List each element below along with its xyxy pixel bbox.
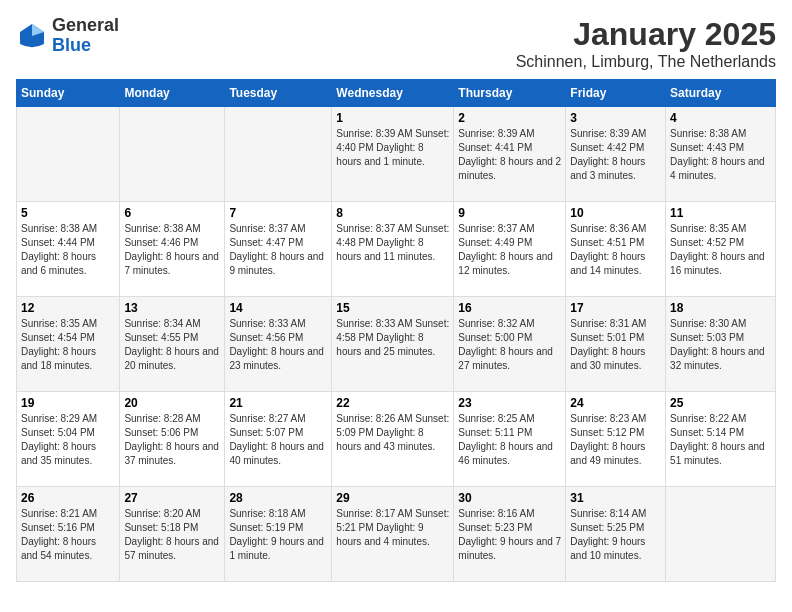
day-content: Sunrise: 8:35 AM Sunset: 4:54 PM Dayligh… xyxy=(21,317,115,373)
header-wednesday: Wednesday xyxy=(332,80,454,107)
day-number: 1 xyxy=(336,111,449,125)
day-content: Sunrise: 8:37 AM Sunset: 4:48 PM Dayligh… xyxy=(336,222,449,264)
day-number: 11 xyxy=(670,206,771,220)
day-content: Sunrise: 8:29 AM Sunset: 5:04 PM Dayligh… xyxy=(21,412,115,468)
day-content: Sunrise: 8:21 AM Sunset: 5:16 PM Dayligh… xyxy=(21,507,115,563)
calendar-cell: 3Sunrise: 8:39 AM Sunset: 4:42 PM Daylig… xyxy=(566,107,666,202)
day-content: Sunrise: 8:17 AM Sunset: 5:21 PM Dayligh… xyxy=(336,507,449,549)
day-number: 29 xyxy=(336,491,449,505)
calendar-cell: 8Sunrise: 8:37 AM Sunset: 4:48 PM Daylig… xyxy=(332,202,454,297)
calendar-cell: 22Sunrise: 8:26 AM Sunset: 5:09 PM Dayli… xyxy=(332,392,454,487)
day-number: 10 xyxy=(570,206,661,220)
calendar-cell: 20Sunrise: 8:28 AM Sunset: 5:06 PM Dayli… xyxy=(120,392,225,487)
calendar-cell: 25Sunrise: 8:22 AM Sunset: 5:14 PM Dayli… xyxy=(666,392,776,487)
logo-blue-text: Blue xyxy=(52,36,119,56)
calendar-cell: 5Sunrise: 8:38 AM Sunset: 4:44 PM Daylig… xyxy=(17,202,120,297)
day-content: Sunrise: 8:14 AM Sunset: 5:25 PM Dayligh… xyxy=(570,507,661,563)
logo: General Blue xyxy=(16,16,119,56)
day-number: 12 xyxy=(21,301,115,315)
day-content: Sunrise: 8:39 AM Sunset: 4:42 PM Dayligh… xyxy=(570,127,661,183)
day-number: 26 xyxy=(21,491,115,505)
day-number: 14 xyxy=(229,301,327,315)
calendar-cell xyxy=(120,107,225,202)
day-content: Sunrise: 8:28 AM Sunset: 5:06 PM Dayligh… xyxy=(124,412,220,468)
calendar-cell: 21Sunrise: 8:27 AM Sunset: 5:07 PM Dayli… xyxy=(225,392,332,487)
calendar-cell: 29Sunrise: 8:17 AM Sunset: 5:21 PM Dayli… xyxy=(332,487,454,582)
day-content: Sunrise: 8:39 AM Sunset: 4:40 PM Dayligh… xyxy=(336,127,449,169)
day-number: 5 xyxy=(21,206,115,220)
subtitle: Schinnen, Limburg, The Netherlands xyxy=(516,53,776,71)
day-content: Sunrise: 8:25 AM Sunset: 5:11 PM Dayligh… xyxy=(458,412,561,468)
day-number: 6 xyxy=(124,206,220,220)
day-number: 23 xyxy=(458,396,561,410)
day-content: Sunrise: 8:26 AM Sunset: 5:09 PM Dayligh… xyxy=(336,412,449,454)
day-number: 3 xyxy=(570,111,661,125)
week-row-5: 26Sunrise: 8:21 AM Sunset: 5:16 PM Dayli… xyxy=(17,487,776,582)
day-number: 7 xyxy=(229,206,327,220)
calendar-cell: 17Sunrise: 8:31 AM Sunset: 5:01 PM Dayli… xyxy=(566,297,666,392)
day-number: 18 xyxy=(670,301,771,315)
day-content: Sunrise: 8:32 AM Sunset: 5:00 PM Dayligh… xyxy=(458,317,561,373)
week-row-2: 5Sunrise: 8:38 AM Sunset: 4:44 PM Daylig… xyxy=(17,202,776,297)
calendar-cell: 24Sunrise: 8:23 AM Sunset: 5:12 PM Dayli… xyxy=(566,392,666,487)
header-monday: Monday xyxy=(120,80,225,107)
calendar-cell: 2Sunrise: 8:39 AM Sunset: 4:41 PM Daylig… xyxy=(454,107,566,202)
page-header: General Blue January 2025 Schinnen, Limb… xyxy=(16,16,776,71)
title-section: January 2025 Schinnen, Limburg, The Neth… xyxy=(516,16,776,71)
day-content: Sunrise: 8:37 AM Sunset: 4:49 PM Dayligh… xyxy=(458,222,561,278)
week-row-1: 1Sunrise: 8:39 AM Sunset: 4:40 PM Daylig… xyxy=(17,107,776,202)
day-content: Sunrise: 8:20 AM Sunset: 5:18 PM Dayligh… xyxy=(124,507,220,563)
day-number: 9 xyxy=(458,206,561,220)
day-content: Sunrise: 8:35 AM Sunset: 4:52 PM Dayligh… xyxy=(670,222,771,278)
day-number: 21 xyxy=(229,396,327,410)
day-number: 24 xyxy=(570,396,661,410)
calendar-cell: 14Sunrise: 8:33 AM Sunset: 4:56 PM Dayli… xyxy=(225,297,332,392)
header-saturday: Saturday xyxy=(666,80,776,107)
calendar-header-row: SundayMondayTuesdayWednesdayThursdayFrid… xyxy=(17,80,776,107)
logo-text: General Blue xyxy=(52,16,119,56)
day-content: Sunrise: 8:30 AM Sunset: 5:03 PM Dayligh… xyxy=(670,317,771,373)
calendar-cell: 30Sunrise: 8:16 AM Sunset: 5:23 PM Dayli… xyxy=(454,487,566,582)
day-number: 16 xyxy=(458,301,561,315)
main-title: January 2025 xyxy=(516,16,776,53)
calendar-cell: 23Sunrise: 8:25 AM Sunset: 5:11 PM Dayli… xyxy=(454,392,566,487)
day-number: 4 xyxy=(670,111,771,125)
day-number: 2 xyxy=(458,111,561,125)
calendar-cell: 7Sunrise: 8:37 AM Sunset: 4:47 PM Daylig… xyxy=(225,202,332,297)
day-number: 13 xyxy=(124,301,220,315)
day-content: Sunrise: 8:38 AM Sunset: 4:46 PM Dayligh… xyxy=(124,222,220,278)
logo-general-text: General xyxy=(52,16,119,36)
day-content: Sunrise: 8:33 AM Sunset: 4:56 PM Dayligh… xyxy=(229,317,327,373)
calendar-cell: 19Sunrise: 8:29 AM Sunset: 5:04 PM Dayli… xyxy=(17,392,120,487)
day-number: 20 xyxy=(124,396,220,410)
calendar-cell: 13Sunrise: 8:34 AM Sunset: 4:55 PM Dayli… xyxy=(120,297,225,392)
day-content: Sunrise: 8:23 AM Sunset: 5:12 PM Dayligh… xyxy=(570,412,661,468)
calendar-cell: 12Sunrise: 8:35 AM Sunset: 4:54 PM Dayli… xyxy=(17,297,120,392)
calendar-cell: 10Sunrise: 8:36 AM Sunset: 4:51 PM Dayli… xyxy=(566,202,666,297)
day-content: Sunrise: 8:38 AM Sunset: 4:44 PM Dayligh… xyxy=(21,222,115,278)
day-number: 17 xyxy=(570,301,661,315)
calendar-cell: 4Sunrise: 8:38 AM Sunset: 4:43 PM Daylig… xyxy=(666,107,776,202)
calendar-cell: 1Sunrise: 8:39 AM Sunset: 4:40 PM Daylig… xyxy=(332,107,454,202)
calendar-cell: 28Sunrise: 8:18 AM Sunset: 5:19 PM Dayli… xyxy=(225,487,332,582)
header-thursday: Thursday xyxy=(454,80,566,107)
day-content: Sunrise: 8:16 AM Sunset: 5:23 PM Dayligh… xyxy=(458,507,561,563)
day-number: 28 xyxy=(229,491,327,505)
day-number: 19 xyxy=(21,396,115,410)
calendar-cell: 11Sunrise: 8:35 AM Sunset: 4:52 PM Dayli… xyxy=(666,202,776,297)
day-content: Sunrise: 8:33 AM Sunset: 4:58 PM Dayligh… xyxy=(336,317,449,359)
calendar-cell: 27Sunrise: 8:20 AM Sunset: 5:18 PM Dayli… xyxy=(120,487,225,582)
calendar-cell: 31Sunrise: 8:14 AM Sunset: 5:25 PM Dayli… xyxy=(566,487,666,582)
day-content: Sunrise: 8:38 AM Sunset: 4:43 PM Dayligh… xyxy=(670,127,771,183)
day-number: 15 xyxy=(336,301,449,315)
calendar-cell: 18Sunrise: 8:30 AM Sunset: 5:03 PM Dayli… xyxy=(666,297,776,392)
header-friday: Friday xyxy=(566,80,666,107)
calendar-table: SundayMondayTuesdayWednesdayThursdayFrid… xyxy=(16,79,776,582)
day-number: 27 xyxy=(124,491,220,505)
day-number: 25 xyxy=(670,396,771,410)
header-tuesday: Tuesday xyxy=(225,80,332,107)
calendar-cell xyxy=(666,487,776,582)
day-content: Sunrise: 8:34 AM Sunset: 4:55 PM Dayligh… xyxy=(124,317,220,373)
calendar-cell xyxy=(225,107,332,202)
logo-icon xyxy=(16,20,48,52)
